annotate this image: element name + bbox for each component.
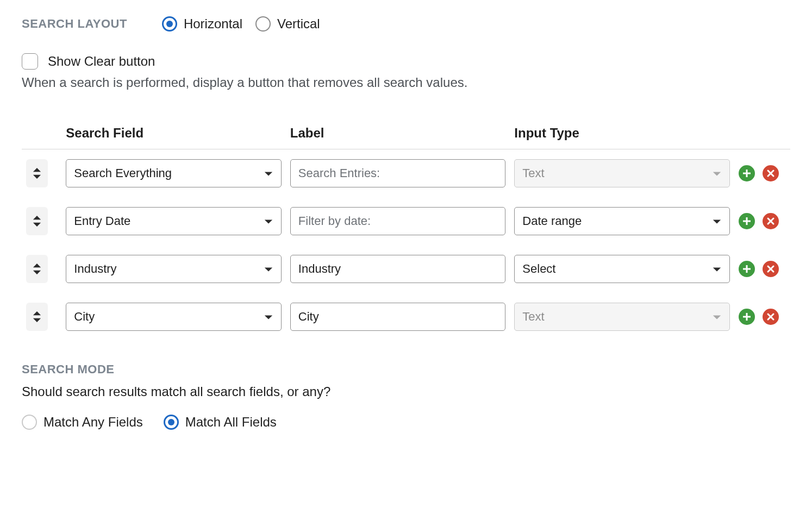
search-mode-block: SEARCH MODE Should search results match …	[22, 362, 790, 430]
mode-option-label: Match Any Fields	[43, 415, 143, 430]
search-fields-table: Search Field Label Input Type Search Eve…	[22, 120, 790, 341]
drag-handle[interactable]	[26, 303, 48, 331]
chevron-down-icon	[712, 310, 722, 324]
layout-option-label: Horizontal	[184, 16, 242, 32]
select-value: Date range	[522, 214, 582, 228]
label-input[interactable]: Industry	[290, 255, 506, 283]
svg-rect-5	[743, 268, 751, 270]
select-value: Select	[522, 262, 555, 276]
search-layout-heading: SEARCH LAYOUT	[22, 17, 127, 31]
chevron-down-icon	[712, 214, 722, 228]
remove-row-button[interactable]	[763, 309, 779, 325]
svg-rect-1	[743, 173, 751, 174]
plus-icon	[742, 217, 751, 225]
search-layout-row: SEARCH LAYOUT Horizontal Vertical	[22, 16, 790, 32]
table-row: IndustryIndustrySelect	[22, 245, 790, 293]
add-row-button[interactable]	[739, 213, 755, 229]
drag-handle[interactable]	[26, 207, 48, 235]
select-value: Entry Date	[74, 214, 130, 228]
input-type-select: Text	[514, 159, 730, 187]
input-type-select[interactable]: Date range	[514, 207, 730, 235]
mode-option-any[interactable]: Match Any Fields	[22, 415, 143, 430]
search-mode-help: Should search results match all search f…	[22, 384, 790, 399]
select-value: Search Everything	[74, 166, 172, 180]
show-clear-checkbox[interactable]	[22, 53, 38, 70]
col-header-type: Input Type	[510, 120, 734, 149]
remove-row-button[interactable]	[763, 261, 779, 277]
remove-row-button[interactable]	[763, 213, 779, 229]
col-header-label: Label	[286, 120, 510, 149]
select-value: Industry	[74, 262, 116, 276]
label-input[interactable]: City	[290, 303, 506, 331]
select-value: Text	[522, 166, 544, 180]
select-value: City	[74, 310, 95, 324]
remove-row-button[interactable]	[763, 165, 779, 181]
svg-rect-7	[743, 316, 751, 318]
layout-option-label: Vertical	[277, 16, 320, 32]
show-clear-help: When a search is performed, display a bu…	[22, 75, 790, 90]
col-header-field: Search Field	[61, 120, 286, 149]
close-icon	[766, 312, 775, 321]
show-clear-label: Show Clear button	[48, 54, 155, 69]
table-row: Entry DateFilter by date:Date range	[22, 197, 790, 245]
plus-icon	[742, 312, 751, 321]
chevron-down-icon	[264, 166, 273, 180]
label-input[interactable]: Filter by date:	[290, 207, 506, 235]
add-row-button[interactable]	[739, 261, 755, 277]
chevron-down-icon	[264, 262, 273, 276]
radio-icon	[255, 16, 271, 32]
table-row: Search EverythingSearch Entries:Text	[22, 149, 790, 198]
add-row-button[interactable]	[739, 165, 755, 181]
close-icon	[766, 265, 775, 273]
search-field-select[interactable]: Entry Date	[66, 207, 282, 235]
radio-icon	[22, 415, 37, 430]
input-type-select[interactable]: Select	[514, 255, 730, 283]
label-input[interactable]: Search Entries:	[290, 159, 506, 187]
mode-option-label: Match All Fields	[185, 415, 277, 430]
drag-handle[interactable]	[26, 159, 48, 187]
svg-rect-3	[743, 221, 751, 222]
drag-handle[interactable]	[26, 255, 48, 283]
search-mode-heading: SEARCH MODE	[22, 362, 790, 377]
search-field-select[interactable]: Industry	[66, 255, 282, 283]
search-field-select[interactable]: City	[66, 303, 282, 331]
search-field-select[interactable]: Search Everything	[66, 159, 282, 187]
layout-option-horizontal[interactable]: Horizontal	[162, 16, 242, 32]
chevron-down-icon	[264, 214, 273, 228]
show-clear-row: Show Clear button	[22, 53, 790, 70]
mode-option-all[interactable]: Match All Fields	[164, 415, 277, 430]
plus-icon	[742, 169, 751, 178]
select-value: Text	[522, 310, 544, 324]
radio-icon	[164, 415, 179, 430]
plus-icon	[742, 265, 751, 273]
input-type-select: Text	[514, 303, 730, 331]
table-row: CityCityText	[22, 293, 790, 341]
chevron-down-icon	[712, 166, 722, 180]
chevron-down-icon	[264, 310, 273, 324]
close-icon	[766, 169, 775, 178]
radio-icon	[162, 16, 177, 32]
add-row-button[interactable]	[739, 309, 755, 325]
chevron-down-icon	[712, 262, 722, 276]
layout-option-vertical[interactable]: Vertical	[255, 16, 320, 32]
close-icon	[766, 217, 775, 225]
